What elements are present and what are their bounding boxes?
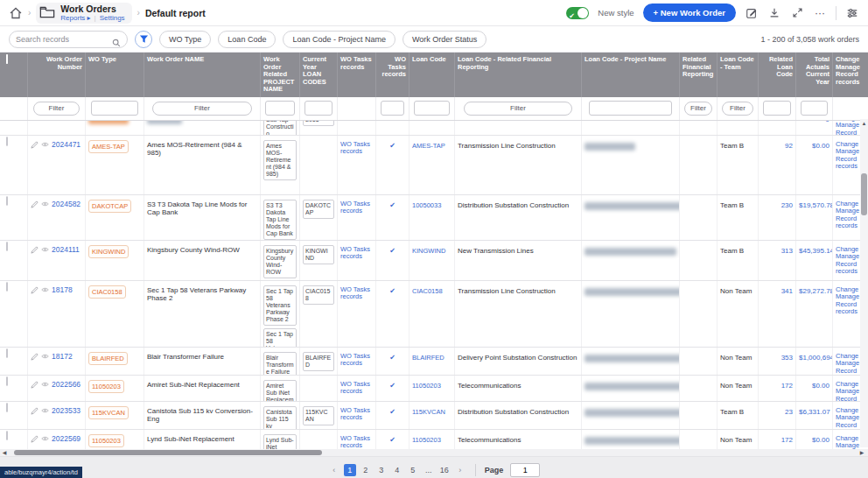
scroll-left-icon[interactable]: ◀ [0, 449, 9, 455]
filter-pill-3[interactable]: Work Order Status [402, 31, 486, 48]
column-filter-relfin[interactable]: Filter [684, 102, 712, 116]
wo-tasks-records-link[interactable]: WO Tasks records [340, 243, 373, 261]
view-eye-icon[interactable] [41, 353, 49, 361]
scroll-right-icon[interactable]: ▶ [858, 449, 866, 455]
edit-pencil-icon[interactable] [31, 407, 38, 415]
page-button-4[interactable]: 4 [391, 464, 403, 476]
horizontal-scrollbar[interactable]: ◀ ▶ [0, 449, 868, 457]
wo-tasks-records-link[interactable]: WO Tasks records [340, 197, 373, 215]
row-checkbox[interactable] [6, 403, 8, 412]
next-page-button[interactable]: › [454, 464, 466, 476]
settings-link[interactable]: Settings [100, 14, 125, 22]
work-order-number-link[interactable]: 2024111 [52, 246, 80, 254]
related-loan-code[interactable]: 353 [761, 349, 793, 362]
view-eye-icon[interactable] [41, 286, 49, 294]
wo-tasks-records-link[interactable]: WO Tasks records [340, 404, 373, 422]
page-number-input[interactable] [510, 463, 540, 477]
filter-funnel-icon[interactable] [135, 31, 152, 48]
total-actuals[interactable]: $45,395.14 [799, 243, 830, 255]
total-actuals[interactable]: 9 [799, 121, 830, 123]
row-checkbox[interactable] [6, 137, 8, 146]
loan-code-link[interactable]: AMES-TAP [412, 137, 452, 150]
column-filter-team[interactable]: Filter [722, 102, 753, 116]
row-checkbox[interactable] [6, 376, 8, 386]
column-filter-input-codes[interactable] [304, 101, 332, 116]
column-filter-input-total[interactable] [801, 101, 829, 116]
loan-code-link[interactable]: 10050033 [412, 197, 452, 209]
edit-pencil-icon[interactable] [31, 246, 38, 254]
new-work-order-button[interactable]: + New Work Order [643, 4, 736, 22]
column-filter-input-lcproject[interactable] [589, 101, 672, 116]
scroll-up-icon[interactable]: ▲ [860, 119, 868, 128]
filter-pill-1[interactable]: Loan Code [218, 31, 276, 48]
work-order-number-link[interactable]: 2023533 [52, 407, 80, 415]
total-actuals[interactable]: $29,272.78 [799, 283, 830, 295]
column-filter-input-check[interactable] [381, 101, 405, 116]
column-filter-input-related[interactable] [763, 101, 791, 116]
view-eye-icon[interactable] [41, 246, 49, 254]
loan-code-link[interactable]: 11050203 [412, 377, 452, 390]
search-input[interactable] [16, 35, 108, 44]
loan-code-link[interactable]: KINGWIND [412, 243, 452, 255]
wo-tasks-records-link[interactable]: WO Tasks records [340, 377, 373, 396]
column-filter-num[interactable]: Filter [33, 102, 80, 116]
view-eye-icon[interactable] [41, 141, 49, 149]
column-filter-input-project[interactable] [265, 101, 295, 116]
page-button-3[interactable]: 3 [375, 464, 388, 476]
total-actuals[interactable]: $6,331.07 [799, 404, 830, 416]
related-loan-code[interactable]: 341 [761, 283, 793, 295]
total-actuals[interactable]: $19,570.78 [799, 197, 830, 209]
edit-pencil-icon[interactable] [31, 200, 38, 208]
page-button-16[interactable]: 16 [438, 464, 451, 476]
related-loan-code[interactable]: 230 [761, 197, 793, 209]
horizontal-scroll-thumb[interactable] [14, 450, 322, 455]
total-actuals[interactable]: $0.00 [799, 377, 830, 390]
view-eye-icon[interactable] [41, 200, 49, 208]
loan-code-link[interactable]: 11050203 [412, 432, 452, 444]
edit-pencil-icon[interactable] [31, 286, 38, 294]
search-box[interactable] [9, 31, 128, 48]
loan-code-link[interactable]: 115KVCAN [412, 404, 452, 416]
view-eye-icon[interactable] [41, 435, 49, 443]
wo-tasks-records-link[interactable]: WO Tasks records [340, 283, 373, 301]
column-filter-name[interactable]: Filter [152, 102, 251, 116]
column-filter-financial[interactable]: Filter [464, 102, 572, 116]
edit-pencil-icon[interactable] [31, 435, 38, 443]
column-filter-input-loan[interactable] [414, 101, 450, 116]
loan-code-link[interactable]: BLAIRFED [412, 349, 452, 362]
vertical-scroll-thumb[interactable] [861, 173, 867, 215]
filter-pill-2[interactable]: Loan Code - Project Name [283, 31, 396, 48]
work-order-number-link[interactable]: 2022566 [52, 381, 80, 389]
breadcrumb-app-card[interactable]: Work Orders Reports ▸ | Settings [36, 3, 131, 24]
wo-tasks-records-link[interactable]: WO Tasks records [340, 432, 373, 449]
edit-pencil-icon[interactable] [31, 353, 38, 361]
filter-pill-0[interactable]: WO Type [159, 31, 211, 48]
download-icon[interactable] [767, 6, 781, 20]
row-checkbox[interactable] [6, 431, 8, 440]
wo-tasks-records-link[interactable]: WO Tasks records [340, 349, 373, 368]
work-order-number-link[interactable]: 2022569 [52, 435, 80, 443]
vertical-scrollbar[interactable]: ▲ [860, 119, 868, 447]
view-eye-icon[interactable] [41, 407, 49, 415]
edit-report-icon[interactable] [745, 6, 759, 20]
work-order-number-link[interactable]: 2024471 [52, 141, 80, 149]
row-checkbox[interactable] [6, 282, 8, 292]
settings-sliders-icon[interactable] [845, 6, 859, 20]
wo-tasks-records-link[interactable]: WO Tasks records [340, 137, 373, 156]
wo-tasks-records-link[interactable]: records [340, 121, 373, 123]
total-actuals[interactable]: $0.00 [799, 137, 830, 150]
column-filter-input-type[interactable] [91, 101, 138, 116]
edit-pencil-icon[interactable] [31, 141, 38, 149]
total-actuals[interactable]: $0.00 [799, 432, 830, 444]
total-actuals[interactable]: $1,000,694.10 [799, 349, 830, 362]
new-style-toggle[interactable]: ✔ [566, 7, 589, 19]
related-loan-code[interactable]: 172 [761, 377, 793, 390]
reports-link[interactable]: Reports ▸ [60, 14, 90, 22]
view-eye-icon[interactable] [41, 381, 49, 389]
more-icon[interactable]: ··· [813, 6, 827, 20]
page-button-2[interactable]: 2 [360, 464, 372, 476]
row-checkbox[interactable] [6, 348, 8, 358]
select-all-checkbox[interactable] [6, 54, 8, 64]
work-order-number-link[interactable]: 18172 [52, 353, 73, 361]
edit-pencil-icon[interactable] [31, 381, 38, 389]
